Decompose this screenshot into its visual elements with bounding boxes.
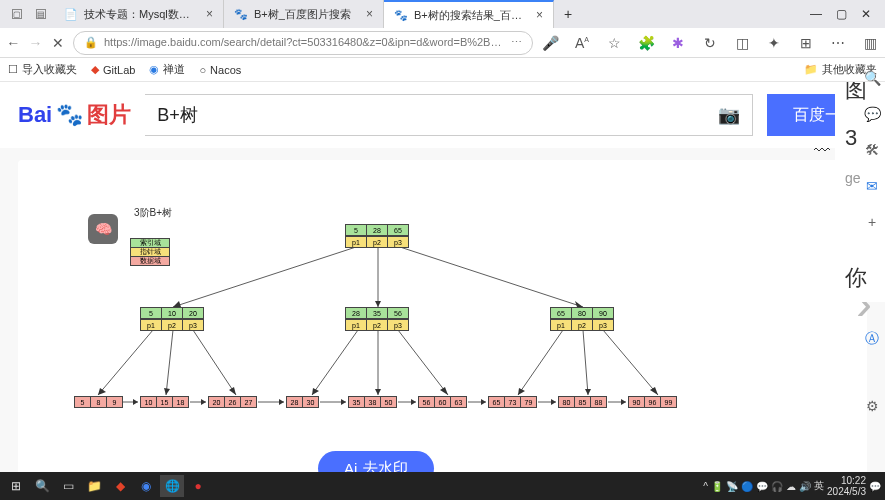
tray-icon[interactable]: 📡 bbox=[726, 481, 738, 492]
task-view-button[interactable]: ▭ bbox=[56, 475, 80, 497]
tab-title: B+树的搜索结果_百度图片搜索 bbox=[414, 8, 530, 23]
float-icon[interactable]: 〰 bbox=[807, 142, 837, 162]
search-input[interactable] bbox=[145, 105, 706, 126]
tray-icon[interactable]: 💬 bbox=[756, 481, 768, 492]
browser-tab[interactable]: 🐾 B+树_百度图片搜索 × bbox=[224, 0, 384, 28]
svg-line-22 bbox=[603, 330, 658, 395]
svg-line-6 bbox=[98, 330, 153, 395]
ime-icon[interactable]: 英 bbox=[814, 479, 824, 493]
svg-marker-23 bbox=[650, 387, 658, 395]
text-size-icon[interactable]: AA bbox=[573, 35, 591, 51]
extension-icon[interactable]: ✱ bbox=[669, 35, 687, 51]
browser-tab[interactable]: 📄 技术专题：Mysql数据库（视图... × bbox=[54, 0, 224, 28]
wechat-icon[interactable]: 💬 bbox=[864, 106, 881, 122]
svg-marker-25 bbox=[133, 399, 138, 405]
tray-icon[interactable]: 🔋 bbox=[711, 481, 723, 492]
bookmark-bar: ☐导入收藏夹 ◆GitLab ◉禅道 ○Nacos 📁其他收藏夹 bbox=[0, 58, 885, 82]
browser-tab-active[interactable]: 🐾 B+树的搜索结果_百度图片搜索 × bbox=[384, 0, 554, 28]
menu-icon[interactable]: ⋯ bbox=[829, 35, 847, 51]
tree-internal-node: 658090 p1p2p3 bbox=[550, 307, 614, 331]
svg-marker-13 bbox=[312, 388, 319, 395]
svg-line-0 bbox=[173, 247, 356, 307]
bookmark-zendao[interactable]: ◉禅道 bbox=[149, 62, 185, 77]
nacos-icon: ○ bbox=[199, 64, 206, 76]
baidu-image-logo[interactable]: Bai🐾图片 bbox=[18, 100, 131, 130]
paw-icon: 🐾 bbox=[56, 102, 83, 128]
close-window-icon[interactable]: ✕ bbox=[861, 7, 871, 21]
svg-line-12 bbox=[312, 330, 358, 395]
folder-icon: 📁 bbox=[804, 63, 818, 76]
url-input[interactable]: 🔒 https://image.baidu.com/search/detail?… bbox=[73, 31, 533, 55]
notification-icon[interactable]: 💬 bbox=[869, 481, 881, 492]
tray-icon[interactable]: 🎧 bbox=[771, 481, 783, 492]
svg-line-18 bbox=[518, 330, 563, 395]
settings-icon[interactable]: ⚙ bbox=[866, 398, 879, 414]
outlook-icon[interactable]: ✉ bbox=[866, 178, 878, 194]
bookmark-nacos[interactable]: ○Nacos bbox=[199, 64, 241, 76]
svg-marker-39 bbox=[621, 399, 626, 405]
svg-marker-19 bbox=[518, 388, 525, 395]
svg-line-8 bbox=[166, 330, 173, 395]
extension-icon[interactable]: 🧩 bbox=[637, 35, 655, 51]
search-icon[interactable]: 🔍 bbox=[864, 70, 881, 86]
stop-button[interactable]: ✕ bbox=[51, 35, 65, 51]
tab-control-icon[interactable]: ▤ bbox=[36, 9, 46, 19]
tray-icon[interactable]: 🔊 bbox=[799, 481, 811, 492]
taskbar-app[interactable]: 📁 bbox=[82, 475, 106, 497]
svg-marker-9 bbox=[164, 388, 170, 395]
image-viewer: › 🧠 3阶B+树 索引域 指针域 数据域 bbox=[18, 160, 867, 490]
plus-icon[interactable]: + bbox=[868, 214, 876, 230]
svg-marker-37 bbox=[551, 399, 556, 405]
zendao-icon: ◉ bbox=[149, 63, 159, 76]
taskbar-app[interactable]: 🌐 bbox=[160, 475, 184, 497]
new-tab-button[interactable]: + bbox=[554, 6, 582, 22]
taskbar-app[interactable]: ● bbox=[186, 475, 210, 497]
forward-button[interactable]: → bbox=[28, 35, 42, 51]
tray-icon[interactable]: ☁ bbox=[786, 481, 796, 492]
collections-icon[interactable]: ⊞ bbox=[797, 35, 815, 51]
start-button[interactable]: ⊞ bbox=[4, 475, 28, 497]
bookmark-gitlab[interactable]: ◆GitLab bbox=[91, 63, 135, 76]
tree-leaf-node: 657379 bbox=[488, 396, 537, 408]
svg-marker-11 bbox=[229, 387, 236, 395]
refresh-icon[interactable]: ↻ bbox=[701, 35, 719, 51]
taskbar-app[interactable]: ◆ bbox=[108, 475, 132, 497]
tree-leaf-node: 808588 bbox=[558, 396, 607, 408]
svg-marker-15 bbox=[375, 389, 381, 395]
tree-root-node: 52865 p1p2p3 bbox=[345, 224, 409, 248]
extensions-icon[interactable]: ✦ bbox=[765, 35, 783, 51]
close-icon[interactable]: × bbox=[536, 8, 543, 22]
search-button[interactable]: 🔍 bbox=[30, 475, 54, 497]
tree-internal-node: 283556 p1p2p3 bbox=[345, 307, 409, 331]
url-text: https://image.baidu.com/search/detail?ct… bbox=[104, 35, 505, 50]
tab-control-icon[interactable]: ▢ bbox=[12, 9, 22, 19]
svg-marker-21 bbox=[585, 389, 591, 395]
back-button[interactable]: ← bbox=[6, 35, 20, 51]
maximize-icon[interactable]: ▢ bbox=[836, 7, 847, 21]
minimize-icon[interactable]: — bbox=[810, 7, 822, 21]
favorite-icon[interactable]: ☆ bbox=[605, 35, 623, 51]
svg-line-20 bbox=[583, 330, 588, 395]
tray-icon[interactable]: 🔵 bbox=[741, 481, 753, 492]
tools-icon[interactable]: 🛠 bbox=[865, 142, 879, 158]
split-icon[interactable]: ▥ bbox=[861, 35, 879, 51]
sidebar-icon[interactable]: ◫ bbox=[733, 35, 751, 51]
close-icon[interactable]: × bbox=[206, 7, 213, 21]
address-bar: ← → ✕ 🔒 https://image.baidu.com/search/d… bbox=[0, 28, 885, 58]
voice-icon[interactable]: 🎤 bbox=[541, 35, 559, 51]
import-icon: ☐ bbox=[8, 63, 18, 76]
svg-marker-7 bbox=[98, 388, 106, 395]
ai-circle-icon[interactable]: Ⓐ bbox=[865, 330, 879, 348]
svg-line-10 bbox=[193, 330, 236, 395]
close-icon[interactable]: × bbox=[366, 7, 373, 21]
browser-tabs: ▢ ▤ 📄 技术专题：Mysql数据库（视图... × 🐾 B+树_百度图片搜索… bbox=[0, 0, 885, 28]
taskbar-app[interactable]: ◉ bbox=[134, 475, 158, 497]
tray-icon[interactable]: ^ bbox=[703, 481, 708, 492]
tab-title: 技术专题：Mysql数据库（视图... bbox=[84, 7, 200, 22]
system-tray: ^ 🔋 📡 🔵 💬 🎧 ☁ 🔊 英 10:222024/5/3 💬 bbox=[703, 475, 881, 497]
clock[interactable]: 10:222024/5/3 bbox=[827, 475, 866, 497]
bookmark-import[interactable]: ☐导入收藏夹 bbox=[8, 62, 77, 77]
camera-icon[interactable]: 📷 bbox=[706, 104, 752, 126]
bplus-tree-diagram: 🧠 3阶B+树 索引域 指针域 数据域 bbox=[78, 200, 718, 460]
tree-leaf-node: 909699 bbox=[628, 396, 677, 408]
